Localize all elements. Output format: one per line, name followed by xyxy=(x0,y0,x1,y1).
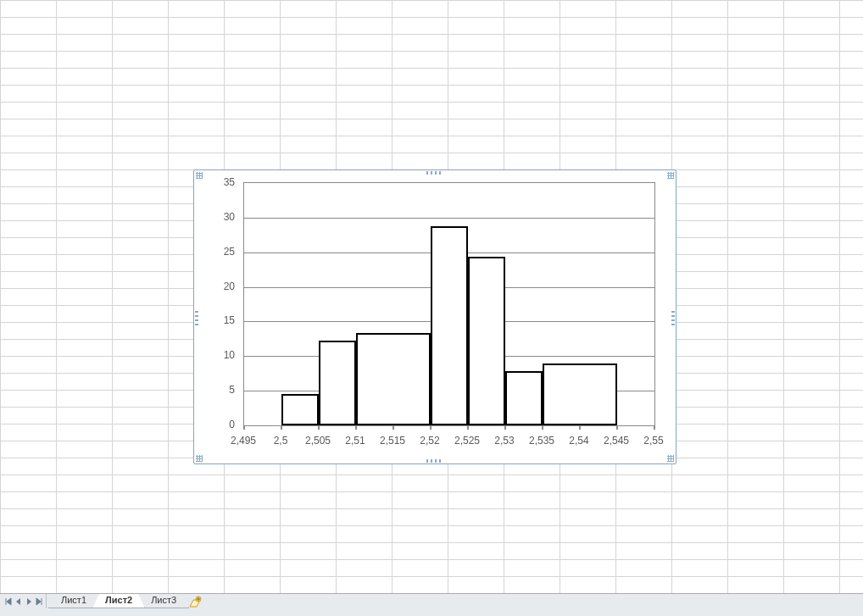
sheet-tab-1[interactable]: Лист1 xyxy=(48,594,99,608)
sheet-tabs: Лист1 Лист2 Лист3 xyxy=(48,594,204,608)
resize-handle-bl[interactable] xyxy=(196,455,203,462)
bar[interactable] xyxy=(543,363,617,425)
plot-area[interactable] xyxy=(243,182,655,426)
x-tick-label: 2,55 xyxy=(643,435,663,447)
x-tick-label: 2,53 xyxy=(494,435,514,447)
y-axis-labels: 05101520253035 xyxy=(206,182,240,426)
y-tick-label: 30 xyxy=(224,211,235,223)
y-tick-label: 10 xyxy=(224,349,235,361)
resize-handle-br[interactable] xyxy=(667,455,674,462)
chart-inner: 05101520253035 2,4952,52,5052,512,5152,5… xyxy=(206,182,664,452)
resize-handle-tl[interactable] xyxy=(196,172,203,179)
y-tick-label: 5 xyxy=(229,384,235,396)
sheet-tab-2[interactable]: Лист2 xyxy=(92,594,145,608)
gridline xyxy=(244,218,654,219)
x-tick-label: 2,535 xyxy=(529,435,554,447)
first-sheet-button[interactable] xyxy=(4,596,13,608)
bar[interactable] xyxy=(319,341,356,425)
next-sheet-button[interactable] xyxy=(25,596,33,608)
y-tick-label: 0 xyxy=(229,419,235,430)
new-sheet-button[interactable] xyxy=(186,594,204,608)
bar[interactable] xyxy=(356,333,431,425)
bar[interactable] xyxy=(505,371,543,425)
resize-handle-right[interactable] xyxy=(671,308,675,325)
y-tick-label: 25 xyxy=(224,246,235,258)
resize-handle-bottom[interactable] xyxy=(426,459,443,463)
bar[interactable] xyxy=(431,226,468,425)
x-tick-label: 2,51 xyxy=(345,435,365,447)
x-tick-label: 2,52 xyxy=(420,435,439,447)
sheet-tab-3[interactable]: Лист3 xyxy=(138,594,189,608)
last-sheet-button[interactable] xyxy=(35,596,43,608)
sheet-nav-buttons xyxy=(0,594,47,608)
chart-object[interactable]: 05101520253035 2,4952,52,5052,512,5152,5… xyxy=(193,169,676,464)
y-tick-label: 20 xyxy=(224,280,235,292)
x-tick-label: 2,5 xyxy=(274,435,288,447)
resize-handle-top[interactable] xyxy=(426,171,443,175)
resize-handle-tr[interactable] xyxy=(667,172,674,179)
bar[interactable] xyxy=(281,394,319,425)
x-tick-label: 2,505 xyxy=(305,435,331,447)
sheet-tab-bar: Лист1 Лист2 Лист3 xyxy=(0,593,863,608)
x-axis-labels: 2,4952,52,5052,512,5152,522,5252,532,535… xyxy=(243,430,655,452)
x-tick-label: 2,495 xyxy=(231,435,256,447)
bar[interactable] xyxy=(468,257,505,425)
x-tick-label: 2,525 xyxy=(454,435,480,447)
y-tick-label: 15 xyxy=(224,314,235,326)
y-tick-label: 35 xyxy=(224,176,235,188)
prev-sheet-button[interactable] xyxy=(14,596,23,608)
resize-handle-left[interactable] xyxy=(195,308,198,325)
x-tick-label: 2,54 xyxy=(569,435,588,447)
status-strip xyxy=(0,608,863,616)
x-tick-label: 2,515 xyxy=(380,435,405,447)
x-tick-label: 2,545 xyxy=(604,435,629,447)
